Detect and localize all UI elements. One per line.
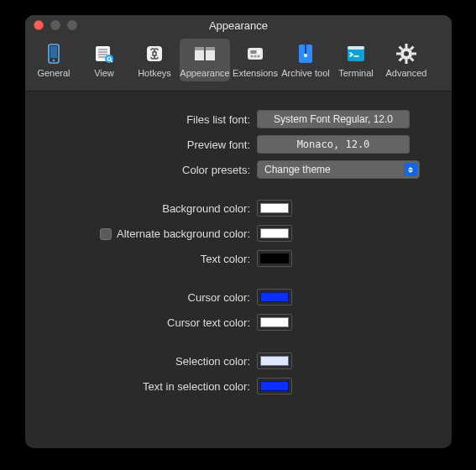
tab-label: Archive tool	[281, 68, 329, 78]
view-icon	[92, 41, 117, 66]
window-title: Appearance	[25, 19, 452, 32]
alt-background-checkbox[interactable]	[100, 228, 112, 240]
titlebar: Appearance	[25, 15, 452, 35]
preferences-toolbar: General View	[25, 35, 452, 91]
selection-color-well[interactable]	[257, 352, 292, 369]
text-color-label: Text color:	[40, 253, 257, 265]
selection-color-label: Selection color:	[40, 355, 257, 368]
svg-point-18	[257, 50, 261, 55]
svg-rect-29	[405, 44, 408, 48]
tab-label: Terminal	[338, 68, 374, 78]
svg-rect-17	[250, 50, 257, 54]
color-presets-popup[interactable]: Change theme	[257, 160, 420, 179]
extensions-icon	[243, 41, 268, 66]
tab-archive-tool[interactable]: Archive tool	[280, 39, 331, 81]
gear-icon	[394, 41, 419, 66]
alt-background-color-swatch	[260, 228, 289, 238]
tab-view[interactable]: View	[79, 39, 129, 81]
text-color-swatch	[260, 253, 289, 264]
files-list-font-label: Files list font:	[40, 113, 257, 126]
alt-background-color-well[interactable]	[257, 225, 292, 242]
alt-background-row-label: Alternate background color:	[40, 227, 257, 240]
archive-tool-icon	[293, 41, 318, 66]
svg-point-37	[404, 51, 409, 56]
svg-point-20	[254, 55, 257, 58]
tab-label: Advanced	[386, 68, 427, 78]
svg-rect-14	[195, 47, 204, 50]
svg-point-19	[251, 55, 254, 58]
traffic-lights	[25, 20, 77, 30]
tab-hotkeys[interactable]: Hotkeys	[129, 39, 180, 81]
cursor-color-swatch	[260, 292, 289, 302]
text-in-selection-color-well[interactable]	[257, 378, 292, 394]
cursor-text-color-well[interactable]	[257, 314, 292, 331]
window-close-button[interactable]	[34, 20, 44, 30]
svg-rect-24	[304, 54, 307, 57]
cursor-text-color-swatch	[260, 317, 289, 327]
svg-rect-11	[147, 46, 162, 61]
appearance-form: Files list font: System Font Regular, 12…	[25, 91, 452, 417]
tab-label: View	[94, 68, 114, 78]
general-icon	[41, 41, 66, 66]
chevron-updown-icon	[404, 163, 417, 176]
cursor-color-label: Cursor color:	[40, 291, 257, 304]
svg-point-21	[258, 55, 260, 58]
svg-rect-1	[50, 46, 57, 58]
background-color-well[interactable]	[257, 200, 292, 217]
svg-rect-30	[405, 60, 408, 64]
tab-label: Hotkeys	[138, 68, 171, 78]
tab-appearance[interactable]: Appearance	[180, 39, 230, 81]
tab-extensions[interactable]: Extensions	[230, 39, 280, 81]
tab-advanced[interactable]: Advanced	[381, 39, 432, 81]
text-in-selection-color-swatch	[260, 381, 289, 391]
tab-label: General	[37, 68, 70, 78]
window-minimize-button[interactable]	[50, 20, 60, 30]
window-zoom-button[interactable]	[67, 20, 77, 30]
preview-font-label: Preview font:	[40, 138, 257, 151]
svg-rect-15	[206, 47, 215, 50]
tab-general[interactable]: General	[29, 39, 79, 81]
svg-rect-32	[412, 53, 416, 55]
hotkeys-icon	[142, 41, 167, 66]
cursor-text-color-label: Cursor text color:	[40, 316, 257, 329]
tab-label: Extensions	[233, 68, 278, 78]
tab-terminal[interactable]: Terminal	[331, 39, 381, 81]
text-in-selection-color-label: Text in selection color:	[40, 380, 257, 393]
selection-color-swatch	[260, 356, 289, 366]
color-presets-value: Change theme	[264, 164, 331, 175]
terminal-icon	[343, 41, 369, 66]
preview-font-value: Monaco, 12.0	[297, 138, 370, 150]
preferences-window: Appearance General	[25, 15, 452, 448]
alt-background-label: Alternate background color:	[117, 227, 250, 240]
background-color-swatch	[260, 203, 289, 213]
svg-rect-23	[305, 44, 306, 54]
text-color-well[interactable]	[257, 250, 292, 267]
svg-rect-26	[348, 46, 364, 50]
preview-font-button[interactable]: Monaco, 12.0	[257, 135, 410, 154]
cursor-color-well[interactable]	[257, 289, 292, 306]
tab-label: Appearance	[180, 68, 229, 78]
files-list-font-button[interactable]: System Font Regular, 12.0	[257, 110, 410, 128]
appearance-icon	[192, 41, 217, 66]
svg-point-2	[53, 60, 55, 61]
color-presets-label: Color presets:	[40, 164, 257, 176]
files-list-font-value: System Font Regular, 12.0	[274, 113, 393, 125]
background-color-label: Background color:	[40, 202, 257, 215]
svg-rect-31	[396, 53, 400, 55]
